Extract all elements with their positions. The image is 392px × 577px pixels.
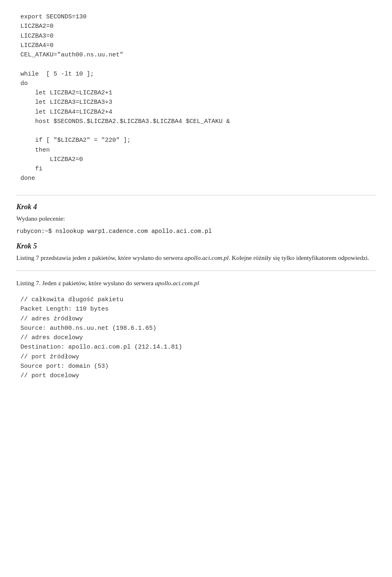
- listing7-caption-plain: Listing 7. Jeden z pakietów, które wysła…: [16, 280, 155, 286]
- krok4-label: Wydano polecenie:: [16, 214, 376, 224]
- listing7-caption-italic: apollo.aci.com.pl: [155, 280, 199, 286]
- krok5-text-rest: . Kolejne różniły się tylko identyfikato…: [229, 254, 369, 261]
- section-divider-2: [16, 271, 376, 271]
- listing7-caption: Listing 7. Jeden z pakietów, które wysła…: [16, 278, 376, 288]
- listing7-code: // całkowita długość pakietu Packet Leng…: [16, 291, 376, 385]
- krok4-block: Krok 4 Wydano polecenie: rubycon:~$ nslo…: [16, 203, 376, 237]
- krok4-heading: Krok 4: [16, 203, 376, 211]
- krok5-text: Listing 7 przedstawia jeden z pakietów, …: [16, 253, 376, 263]
- krok5-block: Krok 5 Listing 7 przedstawia jeden z pak…: [16, 242, 376, 263]
- krok4-command-code: rubycon:~$ nslookup warp1.cadence.com ap…: [16, 228, 212, 235]
- krok4-label-text: Wydano polecenie:: [16, 215, 65, 222]
- krok5-text-plain: Listing 7 przedstawia jeden z pakietów, …: [16, 254, 185, 261]
- krok5-heading: Krok 5: [16, 242, 376, 250]
- code-block-1: export SECONDS=130 LICZBA2=0 LICZBA3=0 L…: [16, 8, 376, 188]
- section-divider-1: [16, 195, 376, 195]
- krok5-text-italic: apollo.aci.com.pl: [185, 254, 229, 261]
- krok4-command: rubycon:~$ nslookup warp1.cadence.com ap…: [16, 226, 376, 236]
